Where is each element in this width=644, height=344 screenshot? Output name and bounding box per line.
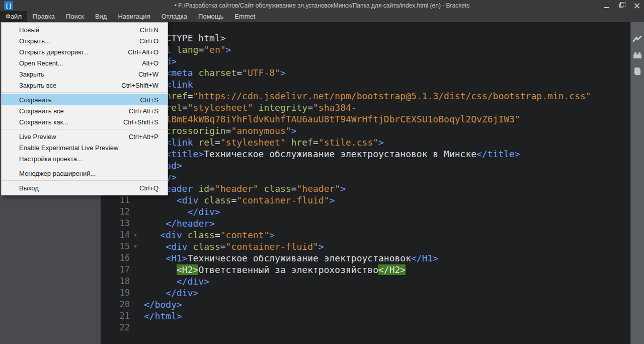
code-line[interactable]: 7 <title>Техническое обслуживание электр… <box>101 148 630 160</box>
menubar-item-edit[interactable]: Правка <box>27 11 60 22</box>
line-gutter: 12 <box>101 206 144 218</box>
extension-icon[interactable] <box>632 66 642 77</box>
menu-item-live-preview[interactable]: Live PreviewCtrl+Alt+P <box>2 131 168 142</box>
restore-icon <box>619 4 623 8</box>
code-line[interactable]: 15▼ <div class="container-fluid"> <box>101 241 630 252</box>
code-token <box>193 183 199 194</box>
code-token: "en" <box>204 44 225 55</box>
menu-item-open-recent[interactable]: Open Recent...Alt+O <box>2 57 168 68</box>
menubar-item-file[interactable]: Файл <box>0 11 27 22</box>
code-line[interactable]: 11 <div class="container-fluid"> <box>101 194 630 206</box>
menu-item-save[interactable]: СохранитьCtrl+S <box>2 94 168 105</box>
code-text: <header id="header" class="header"> <box>144 183 346 194</box>
menu-item-close[interactable]: ЗакрытьCtrl+W <box>2 68 168 80</box>
menu-separator <box>2 129 167 129</box>
menubar-item-debug[interactable]: Отладка <box>156 11 193 22</box>
menu-item-new[interactable]: НовыйCtrl+N <box>2 24 168 35</box>
menu-item-project-settings[interactable]: Настройки проекта... <box>2 153 168 164</box>
code-token: > <box>280 67 286 78</box>
menu-item-save-as[interactable]: Сохранить как...Ctrl+Shift+S <box>2 116 168 127</box>
extension-manager-icon[interactable] <box>632 50 642 60</box>
code-line[interactable]: 5 <link <box>101 79 630 90</box>
code-line[interactable]: 3<head> <box>101 55 630 67</box>
menubar-item-help[interactable]: Помощь <box>193 11 229 22</box>
code-token: rel <box>198 137 215 148</box>
code-token: > <box>340 183 346 194</box>
code-token <box>198 195 204 205</box>
code-line[interactable]: 14▼ <div class="content"> <box>101 229 630 241</box>
code-line[interactable]: 21</html> <box>101 310 630 322</box>
menubar-item-view[interactable]: Вид <box>90 11 113 22</box>
code-line[interactable]: 6 <link rel="stylesheet" href="stile.css… <box>101 136 630 148</box>
menu-item-close-all[interactable]: Закрыть всеCtrl+Shift+W <box>2 80 168 91</box>
code-line[interactable]: 12 </div> <box>101 206 630 218</box>
code-line[interactable]: 13 </header> <box>101 218 630 229</box>
code-token <box>259 183 264 194</box>
code-line[interactable]: 2<html lang="en"> <box>101 44 630 55</box>
code-token <box>144 207 188 217</box>
code-token <box>193 137 199 148</box>
code-line[interactable]: rel="stylesheet" integrity="sha384- <box>101 102 630 113</box>
code-token: "stylesheet" <box>220 137 286 148</box>
menu-item-open[interactable]: Открыть...Ctrl+O <box>2 35 168 46</box>
code-text: <link rel="stylesheet" href="stile.css"> <box>144 136 384 148</box>
menubar-item-navigate[interactable]: Навигация <box>112 11 155 22</box>
menubar-item-emmet[interactable]: Emmet <box>229 11 261 22</box>
close-button[interactable] <box>629 0 644 11</box>
line-number: 17 <box>101 264 144 276</box>
menu-item-shortcut: Ctrl+Alt+S <box>114 107 158 115</box>
menu-item-save-all[interactable]: Сохранить всеCtrl+Alt+S <box>2 105 168 116</box>
code-token: </div> <box>188 207 220 217</box>
code-line[interactable]: 4 <meta charset="UTF-8"> <box>101 67 630 79</box>
file-menu: НовыйCtrl+NОткрыть...Ctrl+OОткрыть дирек… <box>1 22 168 195</box>
code-token: "container-fluid" <box>236 195 329 205</box>
line-number: 22 <box>101 322 144 333</box>
code-token: Ответственный за электрохозяйство <box>198 264 378 275</box>
menu-item-extension-manager[interactable]: Менеджер расширений... <box>2 168 168 179</box>
code-token: > <box>378 137 384 148</box>
code-line[interactable]: 1<!DOCTYPE html> <box>101 32 630 44</box>
menubar-item-find[interactable]: Поиск <box>60 11 90 22</box>
code-text: href="https://cdn.jsdelivr.net/npm/boots… <box>144 90 591 102</box>
code-token: > <box>226 44 231 55</box>
code-area: 1<!DOCTYPE html>2<html lang="en">3<head>… <box>101 32 630 333</box>
code-text: </div> <box>144 276 209 287</box>
fold-arrow-icon[interactable]: ▼ <box>133 229 138 241</box>
live-preview-icon[interactable] <box>632 34 642 44</box>
code-line[interactable]: crossorigin="anonymous"> <box>101 125 630 136</box>
code-text: <H1>Техническое обслуживание электроуста… <box>144 252 438 264</box>
code-line[interactable]: 16 <H1>Техническое обслуживание электроу… <box>101 252 630 264</box>
code-line[interactable]: 1BmE4kWBq78iYhFldvKuhfTAU6auU8tT94WrHftj… <box>101 113 630 125</box>
code-line[interactable]: 17 <H2>Ответственный за электрохозяйство… <box>101 264 630 276</box>
line-gutter: 19 <box>101 287 144 299</box>
code-token <box>171 44 177 55</box>
code-token: href <box>291 137 313 148</box>
restore-button[interactable] <box>614 0 629 11</box>
code-token: <title> <box>166 149 204 159</box>
code-token <box>144 253 166 263</box>
menu-item-label: Закрыть <box>19 71 44 78</box>
code-text: </div> <box>144 287 198 299</box>
menu-item-exit[interactable]: ВыходCtrl+Q <box>2 182 168 193</box>
line-gutter: 14▼ <box>101 229 144 241</box>
minimize-button[interactable] <box>599 0 614 11</box>
menu-item-label: Открыть директорию... <box>19 48 89 56</box>
line-number: 21 <box>101 310 144 322</box>
line-gutter: 15▼ <box>101 241 144 252</box>
code-editor[interactable]: 1<!DOCTYPE html>2<html lang="en">3<head>… <box>101 22 630 344</box>
code-token: <H2> <box>177 264 198 275</box>
code-line[interactable]: 20</body> <box>101 299 630 310</box>
code-line[interactable]: 19 </div> <box>101 287 630 299</box>
code-token <box>253 102 259 113</box>
menu-item-experimental-live-preview[interactable]: Enable Experimental Live Preview <box>2 142 168 153</box>
fold-arrow-icon[interactable]: ▼ <box>133 241 138 252</box>
code-line[interactable]: href="https://cdn.jsdelivr.net/npm/boots… <box>101 90 630 102</box>
menu-item-open-folder[interactable]: Открыть директорию...Ctrl+Alt+O <box>2 46 168 57</box>
code-line[interactable]: 22 <box>101 322 630 333</box>
menu-item-label: Сохранить как... <box>19 118 68 126</box>
code-line[interactable]: 18 </div> <box>101 276 630 287</box>
code-line[interactable]: 9<body> <box>101 171 630 183</box>
code-token: href <box>166 91 187 101</box>
code-line[interactable]: 10 <header id="header" class="header"> <box>101 183 630 194</box>
code-line[interactable]: 8</head> <box>101 160 630 171</box>
